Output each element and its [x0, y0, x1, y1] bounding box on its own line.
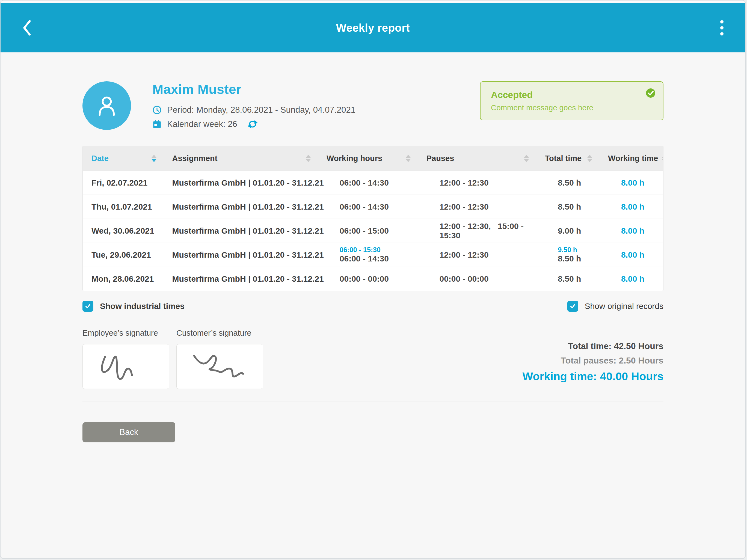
sort-icon — [406, 155, 411, 162]
table-row: Tue, 29.06.2021 Musterfirma GmbH | 01.01… — [83, 243, 663, 267]
cell-assignment: Musterfirma GmbH | 01.01.20 - 31.12.21 — [163, 250, 331, 260]
signatures-and-totals: Employee’s signature Customer’s signatur… — [82, 328, 664, 389]
back-button[interactable]: Back — [82, 422, 175, 443]
cell-pauses: 12:00 - 12:30 — [431, 250, 549, 260]
accepted-check-icon — [645, 88, 656, 99]
column-header-date[interactable]: Date — [83, 154, 163, 163]
total-time-summary: Total time: 42.50 Hours — [522, 341, 664, 351]
sort-icon — [306, 155, 311, 162]
app-bar: Weekly report — [1, 3, 745, 52]
calendar-icon — [152, 119, 162, 129]
original-record-value: 9.50 h — [558, 246, 605, 254]
cell-date: Thu, 01.07.2021 — [83, 202, 163, 212]
employee-signature-label: Employee’s signature — [82, 328, 169, 338]
cell-working-time: 8.00 h — [612, 202, 664, 212]
cell-pauses: 00:00 - 00:00 — [431, 274, 549, 284]
cell-date: Fri, 02.07.2021 — [83, 178, 163, 187]
week-line: Kalendar week: 26 — [152, 119, 356, 130]
cell-working-hours: 06:00 - 15:00 — [331, 226, 431, 236]
cell-working-hours: 06:00 - 14:30 — [331, 202, 431, 212]
profile-section: Maxim Muster Period: Monday, 28.06.2021 … — [82, 81, 664, 130]
column-header-working-hours[interactable]: Working hours — [318, 154, 418, 163]
period-line: Period: Monday, 28.06.2021 - Sunday, 04.… — [152, 105, 356, 115]
table-row: Fri, 02.07.2021 Musterfirma GmbH | 01.01… — [83, 170, 663, 194]
cell-assignment: Musterfirma GmbH | 01.01.20 - 31.12.21 — [163, 202, 331, 212]
customer-signature-label: Customer’s signature — [176, 328, 263, 338]
refresh-icon[interactable] — [247, 119, 258, 130]
show-industrial-times-label: Show industrial times — [100, 301, 185, 311]
window-top-strip — [1, 1, 745, 3]
cell-working-hours: 06:00 - 15:30 06:00 - 14:30 — [331, 246, 431, 264]
cell-total-time: 8.50 h — [549, 178, 612, 187]
customer-signature-box — [176, 344, 263, 389]
cell-pauses: 12:00 - 12:30, 15:00 - 15:30 — [431, 221, 549, 240]
customer-signature-image — [179, 346, 261, 387]
cell-assignment: Musterfirma GmbH | 01.01.20 - 31.12.21 — [163, 274, 331, 284]
sort-icon — [152, 155, 156, 162]
customer-signature-block: Customer’s signature — [176, 328, 263, 389]
page-title: Weekly report — [1, 22, 745, 34]
cell-pauses: 12:00 - 12:30 — [431, 202, 549, 212]
employee-signature-box — [82, 344, 169, 389]
table-row: Wed, 30.06.2021 Musterfirma GmbH | 01.01… — [83, 219, 663, 243]
show-original-records-label: Show original records — [585, 301, 664, 311]
status-comment: Comment message goes here — [491, 103, 652, 112]
cell-working-time: 8.00 h — [612, 274, 664, 284]
sort-icon — [587, 155, 592, 162]
profile-info: Maxim Muster Period: Monday, 28.06.2021 … — [152, 81, 356, 130]
column-header-working-time[interactable]: Working time — [599, 154, 664, 163]
cell-total-time: 9.00 h — [549, 226, 612, 236]
person-icon — [93, 92, 121, 119]
sort-icon — [662, 155, 664, 162]
checkbox-checked-icon[interactable] — [82, 301, 93, 312]
show-original-records-checkbox[interactable]: Show original records — [567, 301, 664, 312]
employee-signature-image — [85, 346, 167, 387]
options-row: Show industrial times Show original reco… — [82, 301, 664, 312]
cell-total-time: 9.50 h 8.50 h — [549, 246, 612, 264]
time-report-table: Date Assignment Working hours Pauses Tot… — [82, 146, 664, 291]
column-header-pauses[interactable]: Pauses — [418, 154, 536, 163]
cell-pauses: 12:00 - 12:30 — [431, 178, 549, 187]
column-header-total-time[interactable]: Total time — [536, 154, 599, 163]
cell-working-hours: 06:00 - 14:30 — [331, 178, 431, 187]
overflow-menu-icon[interactable] — [718, 18, 726, 38]
show-industrial-times-checkbox[interactable]: Show industrial times — [82, 301, 185, 312]
status-title: Accepted — [491, 89, 652, 100]
employee-name: Maxim Muster — [152, 82, 356, 97]
cell-assignment: Musterfirma GmbH | 01.01.20 - 31.12.21 — [163, 226, 331, 236]
cell-date: Mon, 28.06.2021 — [83, 274, 163, 284]
cell-total-time: 8.50 h — [549, 274, 612, 284]
cell-assignment: Musterfirma GmbH | 01.01.20 - 31.12.21 — [163, 178, 331, 187]
clock-icon — [152, 105, 162, 115]
original-record-value: 06:00 - 15:30 — [340, 246, 424, 254]
cell-working-hours: 00:00 - 00:00 — [331, 274, 431, 284]
cell-working-time: 8.00 h — [612, 250, 664, 260]
status-box: Accepted Comment message goes here — [480, 81, 664, 121]
app-screen: Weekly report Maxim Muster Period: Monda… — [0, 0, 746, 559]
table-row: Mon, 28.06.2021 Musterfirma GmbH | 01.01… — [83, 267, 663, 291]
cell-date: Wed, 30.06.2021 — [83, 226, 163, 236]
employee-signature-block: Employee’s signature — [82, 328, 169, 389]
cell-date: Tue, 29.06.2021 — [83, 250, 163, 260]
cell-total-time: 8.50 h — [549, 202, 612, 212]
cell-working-time: 8.00 h — [612, 226, 664, 236]
totals-summary: Total time: 42.50 Hours Total pauses: 2.… — [522, 328, 664, 383]
cell-working-time: 8.00 h — [612, 178, 664, 187]
avatar — [82, 81, 131, 130]
sort-icon — [524, 155, 529, 162]
total-pauses-summary: Total pauses: 2.50 Hours — [522, 355, 664, 366]
back-chevron-icon[interactable] — [19, 17, 35, 39]
table-row: Thu, 01.07.2021 Musterfirma GmbH | 01.01… — [83, 194, 663, 219]
table-header-row: Date Assignment Working hours Pauses Tot… — [83, 146, 663, 170]
column-header-assignment[interactable]: Assignment — [163, 154, 318, 163]
content: Maxim Muster Period: Monday, 28.06.2021 … — [1, 81, 745, 443]
checkbox-checked-icon[interactable] — [567, 301, 578, 312]
week-text: Kalendar week: 26 — [167, 119, 237, 129]
working-time-summary: Working time: 40.00 Hours — [522, 370, 664, 383]
period-text: Period: Monday, 28.06.2021 - Sunday, 04.… — [167, 105, 356, 115]
divider — [82, 401, 664, 401]
